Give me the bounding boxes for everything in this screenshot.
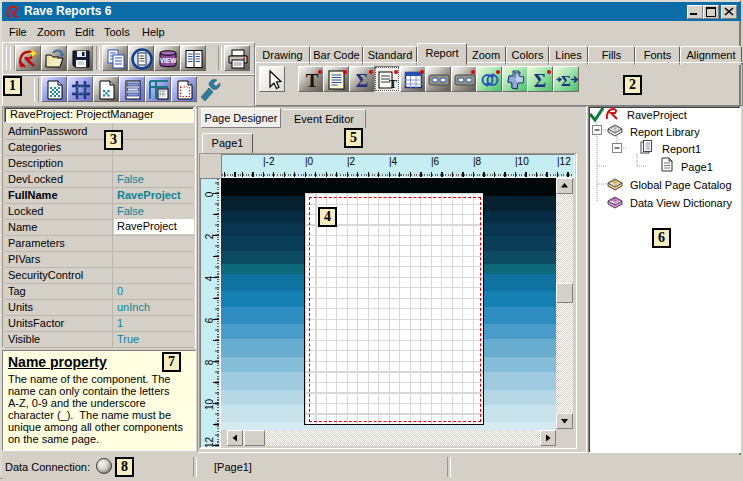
svg-text:Σ: Σ xyxy=(561,73,571,89)
svg-text:VIEW: VIEW xyxy=(160,57,177,64)
svg-text:T: T xyxy=(306,70,319,91)
svg-text:T: T xyxy=(389,77,397,91)
svg-text:Σ: Σ xyxy=(534,70,546,91)
svg-text:Σ: Σ xyxy=(356,70,368,91)
